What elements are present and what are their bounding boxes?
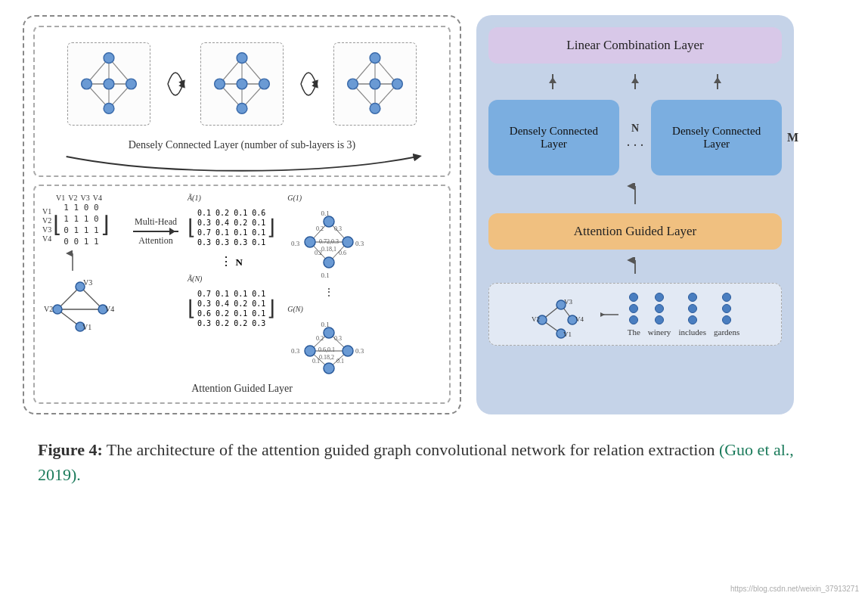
svg-point-72 — [343, 237, 353, 247]
svg-point-10 — [82, 79, 92, 89]
svg-text:0.3: 0.3 — [334, 225, 342, 232]
svg-text:V2: V2 — [44, 305, 53, 313]
n-label: N — [631, 123, 639, 135]
graph-box-3 — [333, 42, 417, 126]
svg-text:V1: V1 — [82, 323, 91, 331]
caption: Figure 4: The architecture of the attent… — [23, 437, 845, 487]
svg-point-23 — [237, 53, 247, 64]
svg-text:V1: V1 — [563, 331, 572, 338]
svg-text:0.3: 0.3 — [334, 335, 342, 342]
svg-text:0.18,2: 0.18,2 — [319, 354, 334, 361]
svg-point-24 — [215, 79, 225, 89]
svg-point-89 — [305, 346, 315, 356]
graph-box-2 — [200, 42, 284, 126]
svg-point-70 — [324, 216, 334, 227]
densely-connected-label: Densely Connected Layer (number of sub-l… — [42, 139, 442, 151]
svg-point-38 — [348, 79, 358, 89]
svg-text:V4: V4 — [575, 315, 584, 323]
figure-label: Figure 4: — [38, 440, 103, 459]
svg-text:V2: V2 — [532, 315, 540, 323]
svg-marker-106 — [600, 312, 605, 317]
svg-point-40 — [392, 79, 403, 89]
attention-guided-box: Attention Guided Layer — [488, 213, 782, 250]
attention-bottom-inner: V1V2V3V4 V1V2V3V4 ⌊ 1 1 0 0 1 1 1 0 — [42, 194, 442, 380]
svg-point-90 — [343, 346, 353, 356]
svg-text:0.1: 0.1 — [336, 358, 344, 365]
left-diagram: Densely Connected Layer (number of sub-l… — [23, 15, 461, 414]
token-v1: The — [628, 293, 640, 337]
densely-box-1: Densely ConnectedLayer — [488, 100, 619, 175]
svg-point-37 — [370, 53, 380, 64]
svg-text:0.18,1: 0.18,1 — [321, 246, 336, 253]
m-label: M — [787, 131, 798, 144]
arrows-up-row — [488, 71, 782, 92]
svg-point-41 — [370, 104, 380, 114]
svg-text:0.72,0.3: 0.72,0.3 — [319, 238, 339, 245]
svg-text:0.2: 0.2 — [315, 250, 322, 256]
densely-row: Densely ConnectedLayer N · · · Densely C… — [488, 100, 782, 175]
svg-point-88 — [324, 327, 334, 338]
input-graph: V3 V2 V4 V1 — [42, 275, 118, 336]
arrow-up-3 — [717, 74, 718, 89]
dots-label: · · · — [627, 138, 644, 154]
svg-text:V4: V4 — [105, 305, 114, 313]
caption-text: The architecture of the attention guided… — [107, 440, 719, 459]
arrow-up-2 — [634, 74, 636, 89]
token-v4: gardens — [714, 293, 739, 337]
svg-point-73 — [324, 257, 334, 268]
svg-point-25 — [237, 79, 247, 89]
bottom-word-graph: V3 V2 V4 V1 — [488, 283, 782, 346]
svg-point-39 — [370, 79, 380, 89]
token-v3: includes — [678, 293, 706, 337]
svg-text:0.2: 0.2 — [316, 335, 324, 342]
graph-box-1 — [67, 42, 150, 126]
svg-point-27 — [237, 104, 247, 114]
svg-text:0.3: 0.3 — [355, 240, 364, 247]
multi-head-arrow: Multi-Head Attention — [133, 194, 178, 247]
watermark: https://blog.csdn.net/weixin_37913271 — [730, 585, 859, 593]
densely-box-2: Densely ConnectedLayer — [651, 100, 782, 175]
svg-text:0.6: 0.6 — [339, 250, 346, 256]
densely-connected-section: Densely Connected Layer (number of sub-l… — [33, 26, 451, 177]
svg-point-9 — [104, 53, 114, 64]
graph-nodes-row — [42, 35, 442, 133]
svg-point-13 — [104, 104, 114, 114]
svg-text:0.1: 0.1 — [321, 272, 330, 279]
svg-point-71 — [305, 237, 315, 247]
token-v2: winery — [648, 293, 671, 337]
svg-text:V3: V3 — [564, 298, 572, 306]
attention-guided-label-left: Attention Guided Layer — [42, 383, 442, 395]
top-section: Densely Connected Layer (number of sub-l… — [23, 15, 845, 414]
svg-point-12 — [126, 79, 137, 89]
svg-point-48 — [53, 305, 62, 314]
arrow-up-1 — [552, 74, 553, 89]
linear-combination-box: Linear Combination Layer — [488, 27, 782, 64]
attention-guided-section: V1V2V3V4 V1V2V3V4 ⌊ 1 1 0 0 1 1 1 0 — [33, 185, 451, 404]
svg-text:0.2: 0.2 — [316, 225, 324, 232]
svg-text:0.6,0.1: 0.6,0.1 — [318, 346, 335, 353]
svg-point-91 — [324, 363, 334, 374]
svg-text:0.1: 0.1 — [312, 358, 320, 365]
svg-point-11 — [104, 79, 114, 89]
arrow-up-from-attention — [488, 183, 782, 206]
svg-text:0.3: 0.3 — [291, 347, 300, 355]
svg-text:0.3: 0.3 — [291, 240, 300, 247]
svg-point-26 — [259, 79, 270, 89]
svg-text:V3: V3 — [83, 278, 92, 287]
right-diagram: Linear Combination Layer Densely Connect… — [476, 15, 794, 414]
main-container: Densely Connected Layer (number of sub-l… — [0, 0, 868, 502]
arrow-up-from-bottom — [488, 257, 782, 275]
svg-text:0.3: 0.3 — [355, 347, 364, 355]
